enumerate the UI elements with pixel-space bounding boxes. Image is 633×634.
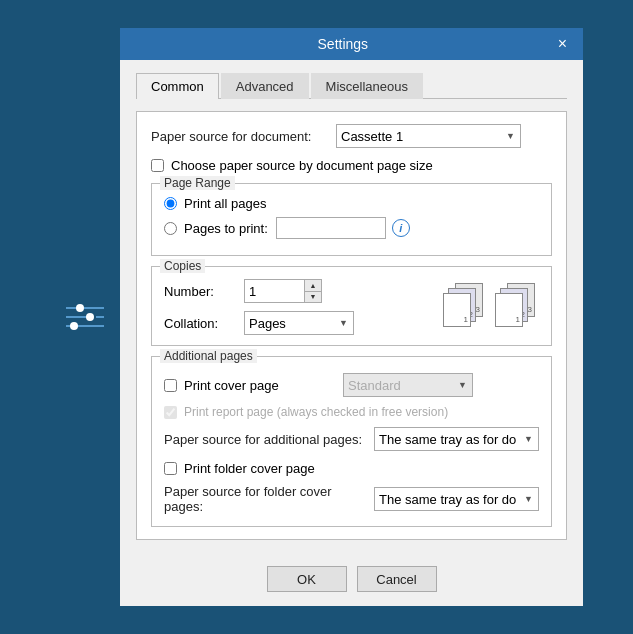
print-cover-label: Print cover page bbox=[184, 378, 339, 393]
print-report-checkbox bbox=[164, 406, 177, 419]
collation-select[interactable]: Pages Copies bbox=[244, 311, 354, 335]
paper-source-folder-select[interactable]: The same tray as for documents bbox=[374, 487, 539, 511]
choose-paper-checkbox[interactable] bbox=[151, 159, 164, 172]
collation-icon-2: 3 2 1 bbox=[495, 283, 539, 327]
content-panel: Paper source for document: Cassette 1 Ch… bbox=[136, 111, 567, 540]
paper-source-additional-select[interactable]: The same tray as for documents bbox=[374, 427, 539, 451]
dialog-title: Settings bbox=[132, 36, 554, 52]
cancel-button[interactable]: Cancel bbox=[357, 566, 437, 592]
number-input[interactable]: 1 bbox=[244, 279, 304, 303]
paper-source-folder-wrapper: The same tray as for documents bbox=[374, 487, 539, 511]
collation-label: Collation: bbox=[164, 316, 244, 331]
spin-down-button[interactable]: ▼ bbox=[305, 292, 321, 303]
tab-miscellaneous[interactable]: Miscellaneous bbox=[311, 73, 423, 99]
cover-style-select[interactable]: Standard bbox=[343, 373, 473, 397]
tab-bar: Common Advanced Miscellaneous bbox=[136, 72, 567, 99]
paper-source-folder-label: Paper source for folder cover pages: bbox=[164, 484, 374, 514]
dialog-footer: OK Cancel bbox=[120, 556, 583, 606]
copies-group: Copies Number: 1 ▲ ▼ bbox=[151, 266, 552, 346]
pages-to-print-radio[interactable] bbox=[164, 222, 177, 235]
paper-source-wrapper: Cassette 1 bbox=[336, 124, 521, 148]
info-icon[interactable]: i bbox=[392, 219, 410, 237]
additional-pages-legend: Additional pages bbox=[160, 349, 257, 363]
sidebar-icon-1 bbox=[66, 306, 104, 328]
paper-source-additional-wrapper: The same tray as for documents bbox=[374, 427, 539, 451]
paper-source-additional-label: Paper source for additional pages: bbox=[164, 432, 374, 447]
paper-source-select[interactable]: Cassette 1 bbox=[336, 124, 521, 148]
close-button[interactable]: × bbox=[554, 36, 571, 52]
copies-legend: Copies bbox=[160, 259, 205, 273]
print-folder-label: Print folder cover page bbox=[184, 461, 315, 476]
number-input-wrapper: 1 ▲ ▼ bbox=[244, 279, 322, 303]
print-report-label: Print report page (always checked in fre… bbox=[184, 405, 448, 419]
collation-icons: 3 2 1 3 bbox=[443, 279, 539, 327]
spin-up-button[interactable]: ▲ bbox=[305, 280, 321, 292]
print-all-radio[interactable] bbox=[164, 197, 177, 210]
choose-paper-label: Choose paper source by document page siz… bbox=[171, 158, 433, 173]
pages-to-print-label: Pages to print: bbox=[184, 221, 268, 236]
ok-button[interactable]: OK bbox=[267, 566, 347, 592]
tab-common[interactable]: Common bbox=[136, 73, 219, 99]
spin-buttons: ▲ ▼ bbox=[304, 279, 322, 303]
cover-style-wrapper: Standard bbox=[343, 373, 473, 397]
pages-to-print-input[interactable] bbox=[276, 217, 386, 239]
collation-icon-1: 3 2 1 bbox=[443, 283, 487, 327]
page-range-group: Page Range Print all pages Pages to prin… bbox=[151, 183, 552, 256]
additional-pages-group: Additional pages Print cover page Standa… bbox=[151, 356, 552, 527]
collation-wrapper: Pages Copies bbox=[244, 311, 354, 335]
tab-advanced[interactable]: Advanced bbox=[221, 73, 309, 99]
sidebar bbox=[50, 28, 120, 606]
print-cover-checkbox[interactable] bbox=[164, 379, 177, 392]
page-range-legend: Page Range bbox=[160, 176, 235, 190]
paper-source-label: Paper source for document: bbox=[151, 129, 336, 144]
number-label: Number: bbox=[164, 284, 244, 299]
print-all-label: Print all pages bbox=[184, 196, 266, 211]
print-folder-checkbox[interactable] bbox=[164, 462, 177, 475]
title-bar: Settings × bbox=[120, 28, 583, 60]
